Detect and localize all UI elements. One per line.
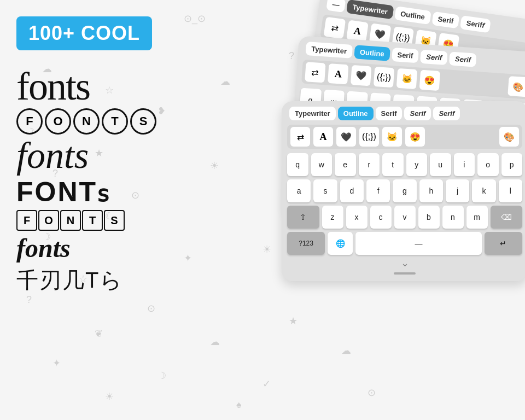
key-y-front[interactable]: y [406, 153, 428, 176]
face-btn-mid[interactable]: 😍 [419, 70, 440, 91]
key-n-front[interactable]: n [442, 206, 464, 229]
tab-typewriter-mid[interactable]: Typewriter [306, 42, 353, 59]
share-btn-mid[interactable]: ⇄ [305, 62, 325, 83]
font-sample-bold: FONTꜱ [16, 176, 110, 208]
font-sample-italic: fonts [16, 137, 89, 174]
key-space-front[interactable]: — [355, 232, 482, 255]
palette-btn-mid[interactable]: 🎨 [508, 76, 525, 97]
front-row-3: ⇧ z x c v b n m ⌫ [287, 206, 522, 229]
circle-n: N [73, 108, 100, 135]
box-t: T [82, 210, 103, 231]
front-toolbar: ⇄ A 🖤 ({;}) 🐱 😍 🎨 [287, 125, 522, 149]
front-row-4: ?123 🌐 — ↵ [287, 232, 522, 255]
front-row-1: q w e r t y u i o p [287, 153, 522, 176]
key-b-front[interactable]: b [418, 206, 440, 229]
key-v-front[interactable]: v [394, 206, 416, 229]
font-line-7: 千刃几Tら [16, 265, 230, 295]
front-font-tabs: Typewriter Outline Serif Serif Serif [287, 107, 522, 120]
key-t-front[interactable]: t [382, 153, 404, 176]
key-g-front[interactable]: g [393, 179, 416, 202]
palette-btn-front[interactable]: 🎨 [499, 127, 519, 147]
box-o: O [38, 210, 59, 231]
heart-btn-mid[interactable]: 🖤 [351, 65, 371, 86]
key-return-front[interactable]: ↵ [485, 232, 522, 255]
tab-serif2-front[interactable]: Serif [404, 107, 431, 120]
key-delete-front[interactable]: ⌫ [491, 206, 523, 229]
heart-btn-front[interactable]: 🖤 [336, 127, 356, 147]
key-l-front[interactable]: l [499, 179, 522, 202]
spacer-front [428, 127, 496, 147]
key-shift-front[interactable]: ⇧ [287, 206, 319, 229]
key-globe-front[interactable]: 🌐 [328, 232, 353, 255]
tab-serif2-mid[interactable]: Serif [420, 50, 448, 65]
chevron-row-front: ⌄ [287, 257, 522, 269]
tab-outline-front[interactable]: Outline [338, 107, 374, 120]
keyboard-front: Typewriter Outline Serif Serif Serif ⇄ A… [282, 101, 525, 281]
font-line-1: fonts [16, 67, 230, 106]
key-q-front[interactable]: q [287, 153, 308, 176]
font-circle-letters: F O N T S [16, 108, 156, 135]
font-a-btn-mid[interactable]: A [328, 63, 348, 84]
circle-f: F [16, 108, 43, 135]
cat-btn-front[interactable]: 🐱 [382, 127, 402, 147]
key-num-front[interactable]: ?123 [287, 232, 325, 255]
cool-badge: 100+ COOL [16, 16, 152, 50]
font-line-5: F O N T S [16, 210, 230, 231]
circle-o: O [45, 108, 71, 135]
right-panel: — Typewriter Outline Serif Seriff ⇄ A 🖤 … [246, 0, 525, 420]
font-boxed-letters: F O N T S [16, 210, 125, 231]
tab-serif2-back[interactable]: Seriff [460, 15, 491, 33]
key-z-front[interactable]: z [322, 206, 343, 229]
key-d-front[interactable]: d [340, 179, 364, 202]
tab-outline-mid[interactable]: Outline [354, 45, 390, 61]
spacer-mid [442, 72, 506, 96]
tab-typewriter-front[interactable]: Typewriter [289, 107, 336, 120]
key-m-front[interactable]: m [466, 206, 488, 229]
tab-dash[interactable]: — [326, 0, 346, 13]
key-i-front[interactable]: i [454, 153, 475, 176]
key-x-front[interactable]: x [346, 206, 368, 229]
key-h-front[interactable]: h [419, 179, 443, 202]
share-btn-front[interactable]: ⇄ [290, 127, 310, 147]
tab-serif1-mid[interactable]: Serif [392, 48, 419, 63]
font-line-2: F O N T S [16, 108, 230, 135]
key-c-front[interactable]: c [370, 206, 392, 229]
emoji-btn-mid[interactable]: ({;}) [374, 67, 394, 88]
left-panel: 100+ COOL fonts F O N T S fonts [0, 0, 246, 420]
tab-serif1-front[interactable]: Serif [376, 107, 402, 120]
key-o-front[interactable]: o [477, 153, 499, 176]
tab-typewriter-back[interactable]: Typewriter [346, 0, 394, 19]
key-e-front[interactable]: e [335, 153, 356, 176]
key-k-front[interactable]: k [472, 179, 495, 202]
key-r-front[interactable]: r [359, 153, 380, 176]
tab-serif3-mid[interactable]: Serif [449, 51, 477, 67]
font-sample-serif: fonts [16, 67, 90, 106]
circle-s: S [130, 108, 156, 135]
key-f-front[interactable]: f [366, 179, 390, 202]
key-a-front[interactable]: a [287, 179, 311, 202]
face-btn-front[interactable]: 😍 [405, 127, 425, 147]
cat-btn-mid[interactable]: 🐱 [396, 68, 417, 89]
font-sample-cjk: 千刃几Tら [16, 265, 123, 295]
fonts-display: fonts F O N T S fonts FONTꜱ [16, 67, 230, 295]
front-kb-rows: q w e r t y u i o p a s d f g h [287, 153, 522, 255]
tab-outline-back[interactable]: Outline [394, 6, 431, 25]
font-line-3: fonts [16, 137, 230, 174]
key-w-front[interactable]: w [311, 153, 332, 176]
key-p-front[interactable]: p [501, 153, 523, 176]
font-a-btn-front[interactable]: A [313, 127, 333, 147]
tab-serif1-back[interactable]: Serif [431, 11, 460, 29]
key-u-front[interactable]: u [430, 153, 451, 176]
chevron-down-icon-front: ⌄ [401, 257, 409, 269]
emoji-btn-front[interactable]: ({;}) [359, 127, 379, 147]
front-row-2: a s d f g h j k l [287, 179, 522, 202]
circle-t: T [102, 108, 128, 135]
key-s-front[interactable]: s [313, 179, 337, 202]
box-f: F [16, 210, 37, 231]
main-container: 100+ COOL fonts F O N T S fonts [0, 0, 525, 420]
share-btn-back[interactable]: ⇄ [324, 17, 346, 39]
box-s: S [104, 210, 125, 231]
kb-grip-front [394, 272, 416, 275]
tab-serif3-front[interactable]: Serif [433, 107, 460, 120]
key-j-front[interactable]: j [446, 179, 469, 202]
